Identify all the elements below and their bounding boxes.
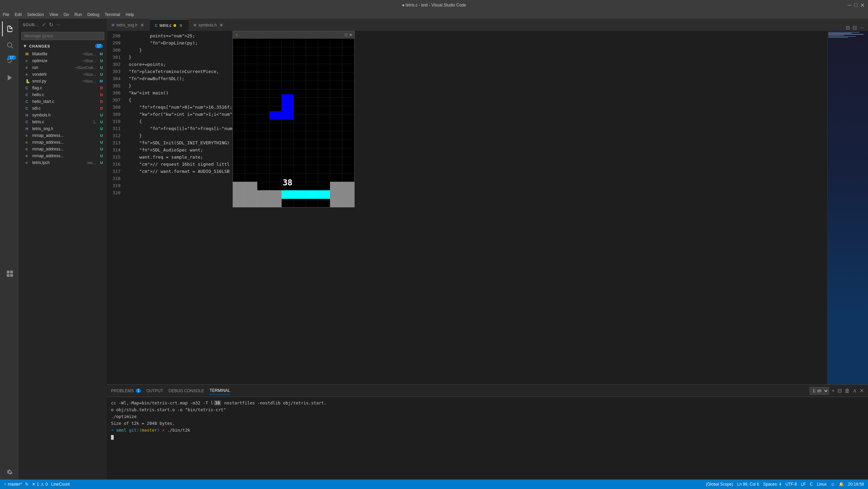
shell-selector[interactable]: 1: sh [810,387,829,395]
terminal-line: cc -Wl,-Map=bin/tetris-crt.map -m32 -T l… [111,400,864,406]
file-list-item[interactable]: C hello_start.c D [19,98,107,105]
file-icon: ≡ [25,66,30,70]
file-list-item[interactable]: C hello.c D [19,91,107,98]
file-list-item[interactable]: ≡ mmap_address... U [19,139,107,146]
menu-terminal[interactable]: Terminal [105,12,120,17]
check-icon[interactable]: ✓ [42,21,46,28]
maximize-panel-icon[interactable]: ∧ [853,387,857,394]
changes-label: CHANGES [29,44,93,48]
errors-item[interactable]: ✕ 1 ⚠ 0 [32,482,48,487]
scope-item[interactable]: (Global Scope) [706,482,733,487]
search-activity-icon[interactable] [2,38,17,53]
terminal-content[interactable]: cc -Wl,-Map=bin/tetris-crt.map -m32 -T l… [107,397,868,479]
terminal-cursor-line [111,434,864,440]
menu-view[interactable]: View [49,12,58,17]
svg-rect-53 [233,199,245,207]
tetris-game-window[interactable]: ☆ ▽ ✕ [233,31,355,207]
file-name: flag.c [32,86,94,90]
file-list-item[interactable]: ≡ optimize ~/Size... U [19,57,107,64]
extensions-activity-icon[interactable] [2,266,17,281]
settings-activity-icon[interactable] [2,465,17,479]
file-list-item[interactable]: C tetris.c 1, U [19,119,107,125]
line-ending-item[interactable]: LF [801,482,806,487]
notifications-item[interactable]: 🔔 [839,482,844,487]
close-panel-icon[interactable]: ✕ [860,387,864,394]
file-list-item[interactable]: ≡ tetris.ipch .vsc... U [19,159,107,166]
changes-count-badge: 17 [95,44,103,48]
split-terminal-icon[interactable]: ⊟ [837,387,842,394]
terminal-line: o obj/stub.tetris.start.o -o "bin/tetris… [111,406,864,413]
status-bar: ⑂ master* ↻ ✕ 1 ⚠ 0 LineCount (Global Sc… [0,479,868,489]
menu-edit[interactable]: Edit [15,12,22,17]
svg-rect-58 [342,199,354,207]
menu-run[interactable]: Run [74,12,82,17]
file-list-item[interactable]: C sdl.c D [19,105,107,112]
position-item[interactable]: Ln 99, Col 6 [737,482,759,487]
tetris-canvas: 38 [233,39,354,207]
explorer-activity-icon[interactable] [2,21,17,36]
tetris-window-controls[interactable]: ▽ ✕ [345,33,352,37]
os-item[interactable]: Linux [817,482,827,487]
source-control-activity-icon[interactable] [2,54,17,69]
maximize-icon[interactable]: □ [854,2,857,8]
menu-go[interactable]: Go [63,12,69,17]
refresh-icon[interactable]: ↻ [49,21,53,28]
menu-debug[interactable]: Debug [87,12,99,17]
more-icon[interactable]: ··· [56,22,60,28]
menu-selection[interactable]: Selection [27,12,44,17]
file-list-item[interactable]: ≡ mmap_address... U [19,132,107,139]
file-list-item[interactable]: ≡ mmap_address... U [19,152,107,159]
close-icon[interactable]: ✕ [860,2,865,8]
linecount-item[interactable]: LineCount [51,482,70,487]
file-list-item[interactable]: H tetris_sng.h U [19,125,107,132]
svg-rect-50 [318,190,330,199]
delete-terminal-icon[interactable]: 🗑 [845,388,850,394]
git-branch-item[interactable]: ⑂ master* [4,482,22,487]
linecount-label: LineCount [51,482,70,487]
menu-help[interactable]: Help [126,12,134,17]
sync-item[interactable]: ↻ [25,482,29,487]
tab-tetris-c[interactable]: C tetris.c ✕ [150,19,189,31]
layout-icon[interactable]: ⊟ [852,24,857,31]
position-label: Ln 99, Col 6 [737,482,759,487]
feedback-icon-item[interactable]: ☺ [831,482,835,487]
svg-rect-56 [269,199,281,207]
file-list-item[interactable]: ≡ run ~/SizeCodi... U [19,64,107,71]
tab-close-icon[interactable]: ✕ [178,23,184,28]
tab-output[interactable]: OUTPUT [146,387,163,395]
tetris-dropdown-icon[interactable]: ▽ [345,33,348,37]
file-list-item[interactable]: ≡ vondehi ~/Size... U [19,71,107,78]
changes-header[interactable]: ▼ CHANGES 17 [19,41,107,51]
tab-problems[interactable]: PROBLEMS 1 [111,387,141,395]
code-editor[interactable]: 2982993003013023033043053063073083093103… [107,31,868,384]
debug-activity-icon[interactable] [2,70,17,85]
file-list-item[interactable]: M Makefile ~/Size... M [19,51,107,57]
tab-close-icon[interactable]: ✕ [219,22,224,28]
message-input[interactable] [21,32,104,40]
tab-debug-console[interactable]: DEBUG CONSOLE [169,387,204,395]
tab-close-icon[interactable]: ✕ [140,22,145,28]
tab-icon: H [193,23,196,27]
window-controls[interactable]: ─ □ ✕ [848,2,865,8]
tab-symbols-h[interactable]: H symbols.h ✕ [189,19,229,31]
code-content[interactable]: points+="num">25; "fn">DropLine(py); }}s… [123,31,827,384]
file-list-item[interactable]: 🐍 smol.py ~/Size... M [19,78,107,85]
svg-point-0 [7,43,12,47]
add-terminal-icon[interactable]: + [832,388,835,394]
minimap-content [828,31,868,384]
tetris-close-icon[interactable]: ✕ [349,33,352,37]
file-list-item[interactable]: ≡ mmap_address... U [19,146,107,152]
tab-terminal[interactable]: TERMINAL [209,387,230,395]
more-editor-icon[interactable]: ··· [860,25,864,31]
encoding-item[interactable]: UTF-8 [786,482,797,487]
tetris-titlebar[interactable]: ☆ ▽ ✕ [233,31,354,39]
file-list-item[interactable]: H symbols.h U [19,112,107,119]
tab-tetris-sng-h[interactable]: H tetris_sng.h ✕ [107,19,150,31]
file-badge: D [100,93,103,97]
language-item[interactable]: C [810,482,813,487]
spaces-item[interactable]: Spaces: 4 [763,482,781,487]
file-list-item[interactable]: C flag.c D [19,85,107,91]
minimize-icon[interactable]: ─ [848,2,851,8]
menu-file[interactable]: File [3,12,9,17]
split-editor-icon[interactable]: ⧉ [846,25,850,31]
